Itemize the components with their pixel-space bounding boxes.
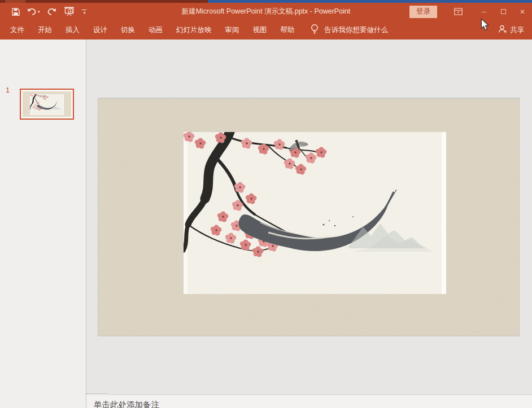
tab-slideshow[interactable]: 幻灯片放映 — [169, 20, 219, 40]
save-icon[interactable] — [12, 8, 20, 16]
title-bar-controls: 登录 ─ ✕ — [409, 3, 532, 20]
share-person-icon — [498, 25, 507, 35]
login-button[interactable]: 登录 — [409, 6, 437, 18]
minimize-button[interactable]: ─ — [474, 5, 494, 19]
maximize-button[interactable] — [494, 5, 513, 19]
tab-home[interactable]: 开始 — [31, 20, 59, 40]
share-button[interactable]: 共享 — [498, 25, 524, 35]
title-bar: ▾ ▾ 新建Microsoft PowerPoint 演示文稿.pptx - P… — [0, 3, 532, 20]
redo-button[interactable] — [47, 8, 56, 15]
lightbulb-icon — [311, 24, 319, 37]
undo-button[interactable]: ▾ — [27, 8, 40, 15]
start-slideshow-icon[interactable] — [64, 7, 75, 16]
tab-help[interactable]: 帮助 — [274, 20, 302, 40]
powerpoint-window: ▾ ▾ 新建Microsoft PowerPoint 演示文稿.pptx - P… — [0, 0, 532, 408]
tell-me-box[interactable]: 告诉我你想要做什么 — [311, 24, 389, 37]
tab-transitions[interactable]: 切换 — [114, 20, 142, 40]
tab-review[interactable]: 审阅 — [219, 20, 246, 40]
slides-panel: 1 — [0, 40, 86, 408]
tab-insert[interactable]: 插入 — [59, 20, 86, 40]
notes-pane[interactable]: 单击此处添加备注 — [86, 395, 532, 408]
slide-thumbnail[interactable] — [20, 89, 74, 120]
slide-thumbnail-preview — [23, 91, 71, 117]
ribbon-tab-bar: 文件 开始 插入 设计 切换 动画 幻灯片放映 审阅 视图 帮助 告诉我你想要做… — [0, 20, 532, 40]
ribbon-display-options-icon[interactable] — [448, 5, 468, 19]
notes-splitter-dotted[interactable] — [86, 393, 108, 394]
share-label: 共享 — [510, 25, 524, 35]
quick-access-toolbar: ▾ ▾ — [0, 7, 86, 16]
tab-design[interactable]: 设计 — [86, 20, 114, 40]
customize-qat-icon[interactable]: ▾ — [82, 10, 86, 14]
tab-animations[interactable]: 动画 — [142, 20, 169, 40]
tab-view[interactable]: 视图 — [246, 20, 274, 40]
slide-canvas[interactable] — [98, 98, 520, 336]
tab-file[interactable]: 文件 — [10, 20, 31, 40]
tell-me-label: 告诉我你想要做什么 — [325, 25, 389, 35]
slide-number: 1 — [6, 86, 10, 94]
notes-placeholder[interactable]: 单击此处添加备注 — [86, 395, 532, 408]
close-button[interactable]: ✕ — [513, 5, 532, 19]
slide-image-plum-blossom[interactable] — [184, 132, 446, 294]
undo-dropdown-icon[interactable]: ▾ — [38, 10, 40, 14]
